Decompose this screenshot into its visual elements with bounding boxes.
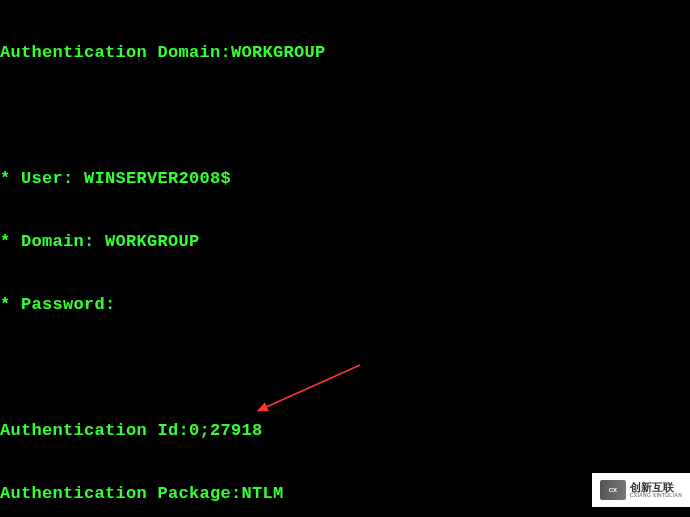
- watermark-badge: CX 创新互联 CXIANG XINTULIAN: [592, 473, 690, 507]
- output-line: Authentication Domain:WORKGROUP: [0, 42, 690, 63]
- output-line: * Domain: WORKGROUP: [0, 231, 690, 252]
- output-line: [0, 357, 690, 378]
- watermark-text-en: CXIANG XINTULIAN: [630, 493, 682, 498]
- watermark-logo-icon: CX: [600, 480, 626, 500]
- output-line: * Password:: [0, 294, 690, 315]
- output-line: Authentication Package:NTLM: [0, 483, 690, 504]
- output-line: Authentication Id:0;27918: [0, 420, 690, 441]
- terminal-output: Authentication Domain:WORKGROUP * User: …: [0, 0, 690, 517]
- output-line: [0, 105, 690, 126]
- output-line: * User: WINSERVER2008$: [0, 168, 690, 189]
